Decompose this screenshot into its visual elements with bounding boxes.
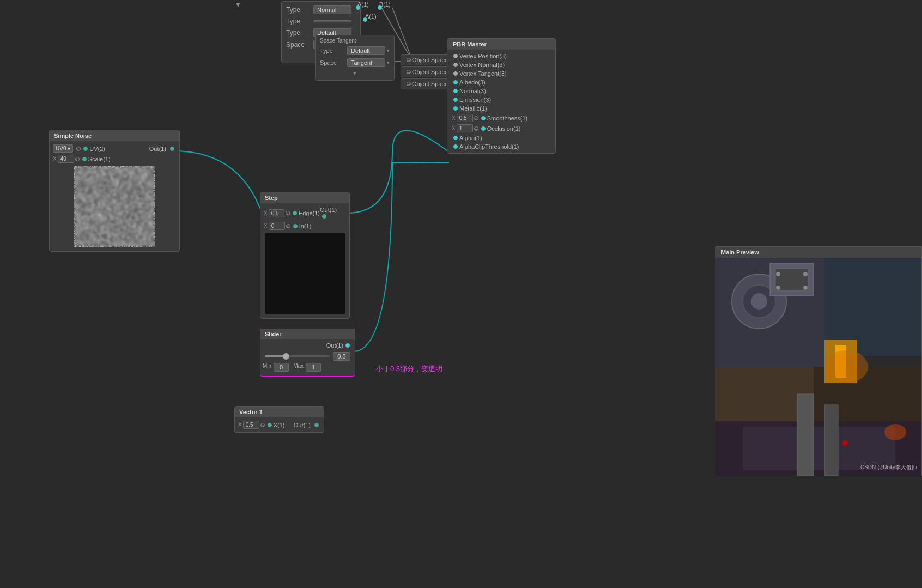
step-node: Step X 0.5 • Edge(1) Out(1) X 0 •• In(1) xyxy=(260,192,350,319)
tangent-space-value[interactable]: Tangent xyxy=(347,58,385,67)
svg-point-13 xyxy=(803,272,808,276)
step-edge-port[interactable] xyxy=(293,211,297,215)
main-preview-panel: Main Preview xyxy=(715,246,922,476)
space-label: Space xyxy=(286,41,313,49)
simple-noise-body: UV0 ▾ • UV(2) Out(1) X 40 • Scale(1) xyxy=(50,141,179,251)
pbr-port-emission[interactable] xyxy=(453,98,458,102)
pbr-port-vertex-normal[interactable] xyxy=(453,63,458,67)
tangent-space-label: Space xyxy=(320,59,347,66)
slider-title: Slider xyxy=(260,329,355,339)
noise-uv-dropdown[interactable]: UV0 ▾ xyxy=(53,144,73,153)
noise-out-port[interactable] xyxy=(170,147,174,151)
slider-node: Slider Out(1) 0.3 Min 0 Max 1 xyxy=(260,329,355,377)
noise-out-text: Out(1) xyxy=(149,146,166,152)
pbr-x-label-smoothness: X xyxy=(452,115,456,121)
slider-thumb[interactable] xyxy=(283,353,289,360)
pbr-x-value-occlusion[interactable]: 1 xyxy=(457,124,473,132)
type-value-blank[interactable] xyxy=(313,20,351,22)
obj-port-dots-1: •• xyxy=(407,58,411,62)
noise-preview xyxy=(74,166,155,247)
vector1-x-value[interactable]: 0.5 xyxy=(243,421,259,429)
slider-min-value[interactable]: 0 xyxy=(274,363,289,372)
tangent-type-value[interactable]: Default xyxy=(347,46,385,55)
pbr-port-alpha[interactable] xyxy=(453,136,458,140)
vector1-x-port[interactable] xyxy=(268,423,272,427)
svg-point-22 xyxy=(842,440,848,446)
step-edge-dots: • xyxy=(286,211,290,215)
noise-scale-port[interactable] xyxy=(82,157,87,161)
pbr-row-alpha: Alpha(1) xyxy=(447,134,555,142)
step-in-row: X 0 •• In(1) xyxy=(260,221,349,231)
slider-track[interactable] xyxy=(265,355,330,357)
noise-scale-dots: • xyxy=(75,157,80,161)
pbr-label-emission: Emission(3) xyxy=(459,96,491,103)
step-preview xyxy=(265,233,345,314)
type-row-1: Type Normal xyxy=(286,4,356,16)
port-a1 xyxy=(354,4,362,11)
slider-fill xyxy=(265,355,284,357)
tangent-type-label: Type xyxy=(320,47,347,54)
pbr-port-smoothness[interactable] xyxy=(481,116,486,120)
step-in-value[interactable]: 0 xyxy=(269,222,285,230)
preview-svg xyxy=(715,258,921,476)
vector1-out-group: Out(1) xyxy=(294,422,320,428)
pbr-label-alpha-clip: AlphaClipThreshold(1) xyxy=(459,143,519,150)
noise-uv-port[interactable] xyxy=(83,147,88,151)
vector1-out-port[interactable] xyxy=(314,423,319,427)
slider-value[interactable]: 0.3 xyxy=(333,352,350,361)
slider-track-container[interactable]: 0.3 xyxy=(260,350,355,363)
slider-max-value[interactable]: 1 xyxy=(306,363,321,372)
pbr-port-alpha-clip[interactable] xyxy=(453,144,458,149)
simple-noise-node: Simple Noise UV0 ▾ • UV(2) Out(1) X 40 •… xyxy=(49,130,180,252)
svg-point-15 xyxy=(803,286,808,290)
obj-space-label-1: Object Space xyxy=(412,57,448,63)
port-a1b-dot[interactable] xyxy=(363,17,367,22)
slider-track-row: 0.3 xyxy=(265,352,350,361)
space-tangent-title-text: Space Tangent xyxy=(320,38,356,44)
pbr-row-smoothness: X 0.5 •• Smoothness(1) xyxy=(447,113,555,123)
pbr-row-normal: Normal(3) xyxy=(447,87,555,95)
pbr-label-vertex-pos: Vertex Position(3) xyxy=(459,53,507,59)
svg-rect-11 xyxy=(775,269,808,290)
port-a1-dot[interactable] xyxy=(356,5,360,10)
main-preview-title: Main Preview xyxy=(715,247,921,258)
pbr-port-vertex-pos[interactable] xyxy=(453,54,458,58)
vector1-title: Vector 1 xyxy=(235,407,324,417)
pbr-row-vertex-tangent: Vertex Tangent(3) xyxy=(447,69,555,78)
port-b1-dot[interactable] xyxy=(378,5,382,10)
type-label-1: Type xyxy=(286,6,313,14)
step-title: Step xyxy=(260,192,349,203)
type-value-normal[interactable]: Normal xyxy=(313,5,351,14)
svg-rect-21 xyxy=(824,405,838,476)
pbr-port-albedo[interactable] xyxy=(453,80,458,84)
tangent-type-dropdown[interactable]: ▾ xyxy=(387,48,390,53)
step-out-text: Out(1) xyxy=(320,207,337,213)
pbr-port-occlusion[interactable] xyxy=(481,126,486,131)
annotation: 小于0.3部分，变透明 xyxy=(376,364,442,374)
pbr-label-smoothness: Smoothness(1) xyxy=(487,115,528,122)
tangent-expand-arrow[interactable]: ▾ xyxy=(353,70,356,76)
main-preview-image: CSDN @Unity李大傻师 xyxy=(715,258,921,476)
step-edge-value[interactable]: 0.5 xyxy=(269,209,285,217)
pbr-port-normal[interactable] xyxy=(453,89,458,93)
pbr-x-value-smoothness[interactable]: 0.5 xyxy=(457,114,473,122)
pbr-row-metallic: Metallic(1) xyxy=(447,104,555,113)
step-in-port[interactable] xyxy=(293,224,298,228)
slider-out-port[interactable] xyxy=(345,343,350,348)
collapse-arrow[interactable]: ▼ xyxy=(234,0,242,9)
noise-scale-value[interactable]: 40 xyxy=(58,155,74,163)
tangent-type-row: Type Default ▾ xyxy=(320,45,390,57)
watermark: CSDN @Unity李大傻师 xyxy=(860,464,917,471)
noise-canvas xyxy=(74,166,155,247)
slider-min-label: Min xyxy=(263,363,271,372)
type-label-2: Type xyxy=(286,17,313,25)
port-a1b xyxy=(361,16,369,23)
noise-out-label: Out(1) xyxy=(149,146,176,152)
tangent-space-dropdown[interactable]: ▾ xyxy=(387,60,390,65)
step-in-label: In(1) xyxy=(299,223,312,229)
vector1-x-label: X xyxy=(238,422,242,428)
pbr-port-metallic[interactable] xyxy=(453,106,458,111)
pbr-port-vertex-tangent[interactable] xyxy=(453,71,458,76)
step-out-port[interactable] xyxy=(322,214,326,219)
vector1-row: X 0.5 •• X(1) Out(1) xyxy=(235,420,324,430)
